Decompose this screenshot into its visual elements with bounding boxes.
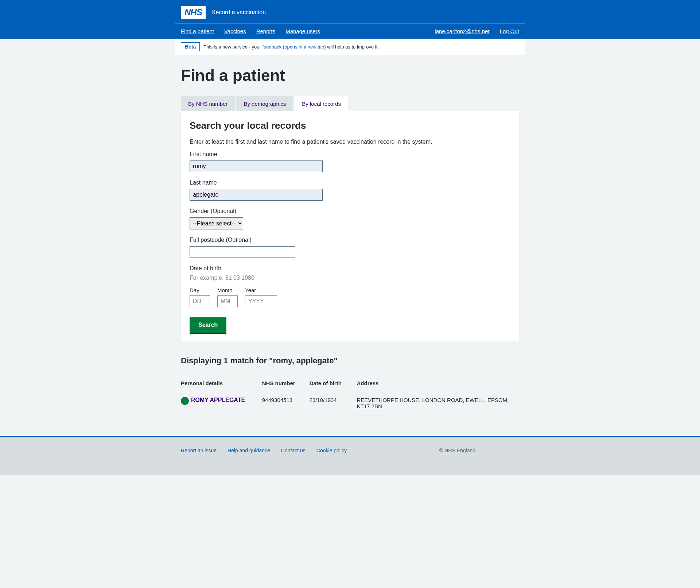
nhs-logo: NHS — [181, 6, 206, 19]
first-name-label: First name — [190, 151, 510, 158]
nav-manage-users[interactable]: Manage users — [285, 28, 320, 34]
postcode-input[interactable] — [190, 246, 295, 258]
postcode-label: Full postcode (Optional) — [190, 237, 510, 243]
dob-year-label: Year — [245, 287, 277, 293]
page-title: Find a patient — [181, 66, 519, 85]
col-address: Address — [357, 376, 519, 391]
phase-banner: Beta This is a new service - your feedba… — [175, 39, 525, 55]
table-row: → ROMY APPLEGATE 9449304513 23/10/1934 R… — [181, 391, 519, 415]
dob-year-input[interactable] — [245, 295, 277, 307]
search-panel: Search your local records Enter at least… — [181, 111, 519, 341]
footer-report-issue[interactable]: Report an issue — [181, 448, 217, 453]
primary-nav: Find a patient Vaccines Reports Manage u… — [175, 24, 525, 39]
nav-vaccines[interactable]: Vaccines — [224, 28, 246, 34]
cell-dob: 23/10/1934 — [310, 391, 357, 415]
last-name-label: Last name — [190, 179, 510, 186]
tab-demographics[interactable]: By demographics — [236, 96, 293, 111]
arrow-right-icon: → — [181, 397, 189, 405]
gender-label: Gender (Optional) — [190, 208, 510, 214]
service-name: Record a vaccination — [211, 9, 266, 16]
phase-text: This is a new service - your feedback (o… — [203, 44, 379, 50]
panel-intro: Enter at least the first and last name t… — [190, 139, 510, 145]
footer-cookie[interactable]: Cookie policy — [316, 448, 347, 453]
footer-help[interactable]: Help and guidance — [228, 448, 270, 453]
dob-day-input[interactable] — [190, 295, 210, 307]
phase-tag: Beta — [181, 42, 200, 51]
tab-nhs-number[interactable]: By NHS number — [181, 96, 235, 111]
header: NHS Record a vaccination Find a patient … — [0, 0, 700, 39]
patient-name: ROMY APPLEGATE — [191, 397, 245, 403]
results: Displaying 1 match for "romy, applegate"… — [181, 356, 519, 415]
nav-user-email[interactable]: jane.carlton2@nhs.net — [435, 28, 489, 34]
nav-find-patient[interactable]: Find a patient — [181, 28, 214, 34]
last-name-input[interactable] — [190, 189, 323, 201]
cell-nhs-number: 9449304513 — [262, 391, 310, 415]
patient-link[interactable]: → ROMY APPLEGATE — [181, 397, 259, 405]
copyright: © NHS England — [439, 448, 475, 453]
dob-month-label: Month — [217, 287, 238, 293]
dob-hint: For example, 31 03 1980 — [190, 275, 510, 281]
feedback-link[interactable]: feedback (opens in a new tab) — [262, 44, 326, 50]
gender-select[interactable]: --Please select-- — [190, 217, 243, 229]
first-name-input[interactable] — [190, 160, 323, 172]
nav-logout[interactable]: Log Out — [500, 28, 519, 34]
dob-day-label: Day — [190, 287, 210, 293]
panel-heading: Search your local records — [190, 120, 510, 131]
cell-address: REEVETHORPE HOUSE, LONDON ROAD, EWELL, E… — [357, 391, 519, 415]
results-heading: Displaying 1 match for "romy, applegate" — [181, 356, 519, 365]
footer: Report an issue Help and guidance Contac… — [0, 436, 700, 475]
col-nhs-number: NHS number — [262, 376, 310, 391]
nav-reports[interactable]: Reports — [256, 28, 276, 34]
search-button[interactable]: Search — [190, 317, 226, 333]
footer-contact[interactable]: Contact us — [281, 448, 306, 453]
dob-month-input[interactable] — [217, 295, 238, 307]
dob-legend: Date of birth — [190, 265, 221, 272]
col-dob: Date of birth — [310, 376, 357, 391]
col-personal-details: Personal details — [181, 376, 262, 391]
results-table: Personal details NHS number Date of birt… — [181, 376, 519, 415]
tab-local-records[interactable]: By local records — [295, 96, 348, 111]
tabs: By NHS number By demographics By local r… — [181, 96, 519, 111]
